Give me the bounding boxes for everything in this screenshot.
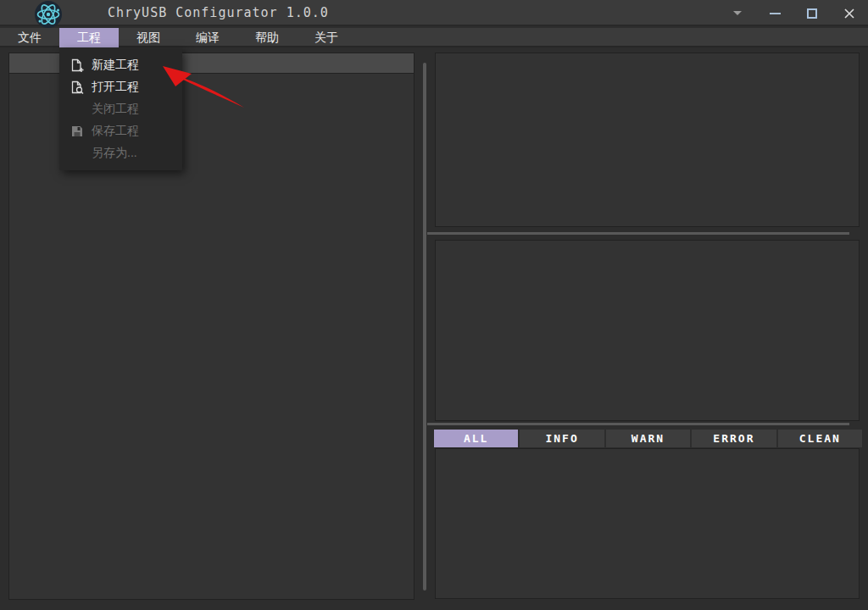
detail-top-panel bbox=[435, 53, 860, 227]
horizontal-splitter-1[interactable] bbox=[427, 232, 849, 235]
file-search-icon bbox=[68, 80, 86, 95]
maximize-icon bbox=[807, 8, 817, 19]
save-icon bbox=[68, 125, 86, 137]
titlebar: ChryUSB Configurator 1.0.0 bbox=[0, 0, 868, 26]
log-filter-tabbar: ALL INFO WARN ERROR CLEAN bbox=[434, 430, 862, 447]
menu-item-label: 另存为... bbox=[92, 146, 137, 161]
menu-item-help[interactable]: 帮助 bbox=[237, 28, 297, 47]
menu-item-label: 新建工程 bbox=[92, 58, 139, 73]
app-logo-icon bbox=[34, 0, 63, 29]
log-tab-clean[interactable]: CLEAN bbox=[778, 430, 862, 447]
window-title: ChryUSB Configurator 1.0.0 bbox=[108, 0, 329, 26]
menu-item-project[interactable]: 工程 bbox=[59, 28, 119, 47]
detail-middle-panel bbox=[435, 240, 860, 421]
menu-item-label: 保存工程 bbox=[92, 124, 139, 139]
close-icon bbox=[843, 8, 855, 19]
log-tab-error[interactable]: ERROR bbox=[692, 430, 776, 447]
menu-item-save-as: 另存为... bbox=[59, 142, 182, 164]
menu-item-file[interactable]: 文件 bbox=[0, 28, 59, 47]
red-arrow-annotation bbox=[159, 63, 248, 114]
window-controls bbox=[719, 0, 868, 26]
log-tab-info[interactable]: INFO bbox=[520, 430, 604, 447]
menu-item-view[interactable]: 视图 bbox=[119, 28, 178, 47]
close-button[interactable] bbox=[831, 0, 868, 26]
menubar: 文件 工程 视图 编译 帮助 关于 bbox=[0, 28, 868, 47]
vertical-splitter[interactable] bbox=[423, 63, 426, 591]
log-tab-warn[interactable]: WARN bbox=[606, 430, 690, 447]
menu-item-save-project: 保存工程 bbox=[59, 120, 182, 142]
log-output-panel bbox=[435, 448, 860, 599]
minimize-icon bbox=[770, 13, 781, 14]
file-plus-icon bbox=[68, 58, 86, 73]
log-tab-all[interactable]: ALL bbox=[434, 430, 518, 447]
maximize-button[interactable] bbox=[793, 0, 831, 26]
minimize-button[interactable] bbox=[756, 0, 793, 26]
menu-item-compile[interactable]: 编译 bbox=[178, 28, 237, 47]
titlebar-menu-caret-icon[interactable] bbox=[719, 0, 756, 26]
menu-item-label: 打开工程 bbox=[92, 80, 139, 95]
horizontal-splitter-2[interactable] bbox=[427, 423, 849, 425]
menu-item-label: 关闭工程 bbox=[92, 102, 139, 117]
menu-item-about[interactable]: 关于 bbox=[297, 28, 356, 47]
